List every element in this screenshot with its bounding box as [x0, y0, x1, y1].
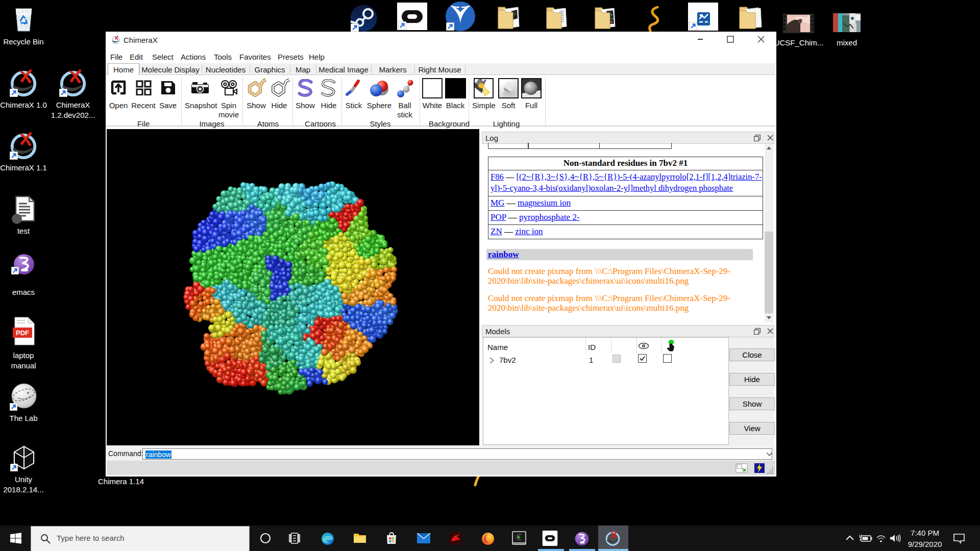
svg-text:PDF: PDF: [16, 329, 29, 337]
